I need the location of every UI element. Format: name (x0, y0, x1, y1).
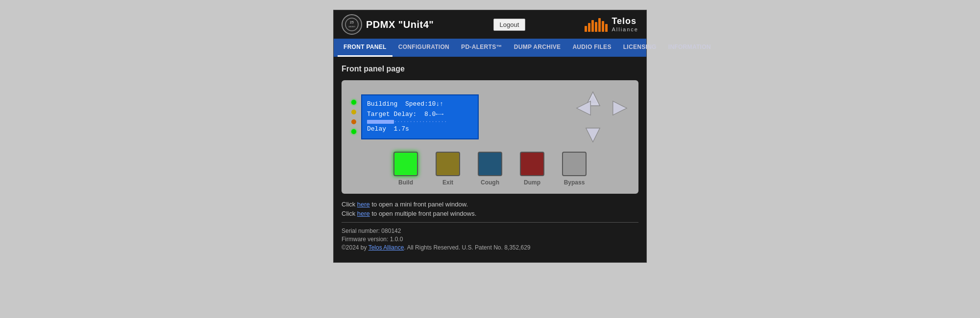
telos-bar (598, 18, 601, 32)
mini-panel-info: Click here to open a mini front panel wi… (342, 201, 638, 208)
nav-item-licensing[interactable]: LICENSING (617, 39, 662, 57)
dpad-right-button[interactable] (611, 99, 629, 117)
cough-button[interactable] (478, 152, 502, 176)
telos-bar (591, 20, 594, 32)
telos-bar (585, 26, 587, 32)
telos-bar (595, 22, 597, 32)
svg-text:seven: seven (348, 25, 355, 28)
progress-filled (367, 120, 394, 124)
app-title: PDMX "Unit4" (366, 19, 434, 30)
mini-panel-link[interactable]: here (357, 201, 370, 208)
logo-icon: 25 seven (342, 14, 362, 35)
bypass-button[interactable] (562, 152, 587, 176)
dpad-left-button[interactable] (575, 99, 592, 117)
device-panel: Building Speed:10↓↑ Target Delay: 8.0←→ … (342, 80, 638, 194)
navbar: FRONT PANELCONFIGURATIONPD-ALERTS™DUMP A… (334, 39, 646, 57)
telos-bar (588, 23, 590, 32)
build-button[interactable] (393, 152, 418, 176)
telos-alliance-link[interactable]: Telos Alliance (368, 244, 404, 251)
logout-button[interactable]: Logout (493, 19, 526, 31)
dpad-container (575, 90, 629, 144)
telos-bar (602, 21, 604, 32)
device-top: Building Speed:10↓↑ Target Delay: 8.0←→ … (351, 90, 629, 144)
info1-prefix: Click (342, 201, 357, 208)
copyright-prefix: ©2024 by (342, 244, 368, 251)
dump-group: Dump (520, 152, 544, 186)
footer-info: Serial number: 080142 Firmware version: … (342, 227, 638, 251)
lcd-line1: Building Speed:10↓↑ (367, 99, 473, 110)
led-green (351, 100, 356, 105)
bypass-group: Bypass (562, 152, 587, 186)
lcd-display: Building Speed:10↓↑ Target Delay: 8.0←→ … (361, 94, 479, 139)
exit-label: Exit (442, 179, 453, 186)
led-yellow (351, 110, 356, 114)
nav-item-pd-alerts[interactable]: PD-ALERTS™ (455, 39, 508, 57)
build-label: Build (398, 179, 413, 186)
dpad-down-button[interactable] (584, 126, 602, 144)
buttons-row: Build Exit Cough Dump Bypass (351, 152, 629, 186)
nav-item-configuration[interactable]: CONFIGURATION (392, 39, 455, 57)
info1-suffix: to open a mini front panel window. (370, 201, 468, 208)
telos-text: Telos Alliance (612, 17, 638, 32)
serial-number: Serial number: 080142 (342, 227, 638, 234)
exit-group: Exit (436, 152, 460, 186)
info2-suffix: to open multiple front panel windows. (370, 210, 477, 217)
lcd-section: Building Speed:10↓↑ Target Delay: 8.0←→ … (351, 94, 479, 139)
nav-item-audio-files[interactable]: AUDIO FILES (566, 39, 617, 57)
telos-bar (605, 24, 608, 32)
svg-marker-5 (586, 128, 600, 142)
telos-name: Telos (612, 17, 638, 26)
led-indicators (351, 100, 356, 134)
svg-text:25: 25 (350, 21, 354, 24)
telos-bars-icon (585, 17, 608, 32)
svg-marker-7 (613, 101, 627, 115)
firmware-version: Firmware version: 1.0.0 (342, 236, 638, 243)
multi-panel-info: Click here to open multiple front panel … (342, 210, 638, 217)
info2-prefix: Click (342, 210, 357, 217)
progress-bar: ················· (367, 119, 473, 124)
copyright: ©2024 by Telos Alliance. All Rights Rese… (342, 244, 638, 251)
main-content: Front panel page Building Speed:10↓↑ Tar… (334, 57, 646, 262)
telos-subtitle: Alliance (612, 26, 638, 32)
lcd-line3: ················· (367, 119, 473, 124)
led-green2 (351, 129, 356, 134)
dump-label: Dump (524, 179, 540, 186)
copyright-suffix: . All Rights Reserved. U.S. Patent No. 8… (404, 244, 530, 251)
bypass-label: Bypass (564, 179, 585, 186)
led-orange (351, 119, 356, 124)
telos-logo: Telos Alliance (585, 17, 638, 32)
header: 25 seven PDMX "Unit4" Logout Telos Allia… (334, 10, 646, 39)
multi-panel-link[interactable]: here (357, 210, 370, 217)
header-left: 25 seven PDMX "Unit4" (342, 14, 434, 35)
info-section: Click here to open a mini front panel wi… (342, 201, 638, 217)
cough-label: Cough (481, 179, 499, 186)
divider (342, 222, 638, 223)
build-group: Build (393, 152, 418, 186)
page-title: Front panel page (342, 65, 638, 73)
nav-item-dump-archive[interactable]: DUMP ARCHIVE (508, 39, 567, 57)
exit-button[interactable] (436, 152, 460, 176)
svg-point-0 (345, 18, 358, 31)
lcd-line4: Delay 1.7s (367, 124, 473, 135)
nav-item-information[interactable]: INFORMATION (662, 39, 717, 57)
nav-item-front-panel[interactable]: FRONT PANEL (338, 39, 392, 57)
cough-group: Cough (478, 152, 502, 186)
svg-marker-6 (577, 101, 590, 115)
dump-button[interactable] (520, 152, 544, 176)
